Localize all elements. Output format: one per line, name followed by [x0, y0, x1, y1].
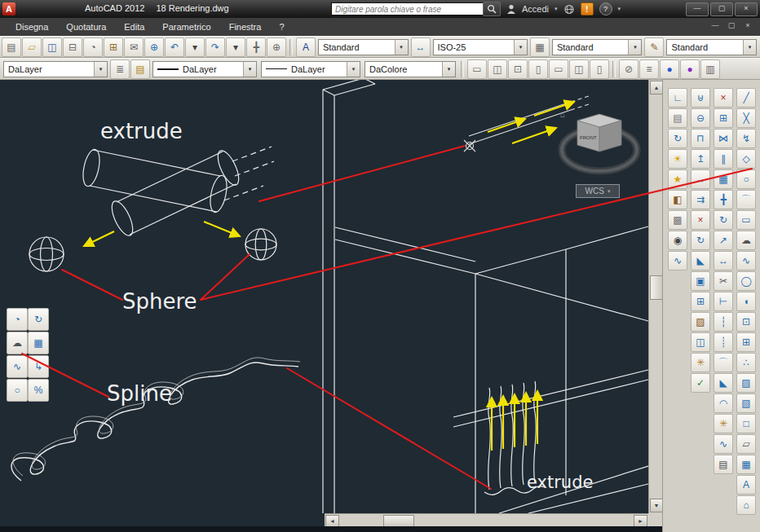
redo-icon[interactable]: ↷: [205, 37, 225, 57]
sphere-label[interactable]: Sphere: [122, 289, 197, 314]
chevron-down-icon[interactable]: ▾: [395, 40, 408, 55]
blend-icon[interactable]: ∿: [714, 434, 733, 454]
polygon-icon[interactable]: ◇: [736, 149, 756, 169]
viewcube-home-icon[interactable]: ⌂: [560, 110, 565, 119]
doc-restore-button[interactable]: ▢: [726, 21, 737, 29]
ellipse-tool-icon[interactable]: ○: [7, 379, 28, 402]
search-button[interactable]: [483, 2, 501, 16]
qnew-icon[interactable]: ▤: [2, 37, 21, 57]
subtract-icon[interactable]: ⊖: [691, 108, 710, 128]
clean-icon[interactable]: ✳: [691, 353, 710, 372]
scroll-up-button[interactable]: ▲: [650, 81, 663, 95]
color-dropdown[interactable]: DaLayer ▾: [3, 61, 108, 77]
vertical-scroll-thumb[interactable]: [650, 275, 663, 300]
viewport-icon[interactable]: ◫: [569, 59, 589, 79]
make-layer-current-icon[interactable]: ▤: [130, 59, 150, 79]
drawing-viewport[interactable]: extrude Sphere Spline extrude FRONT ⌂ WC…: [0, 80, 648, 513]
pan-icon[interactable]: ╋: [246, 37, 266, 57]
horizontal-scrollbar[interactable]: ◄ ►: [325, 513, 648, 526]
doc-minimize-button[interactable]: —: [709, 21, 721, 29]
plot-icon[interactable]: ⊟: [63, 37, 82, 57]
imprint-icon[interactable]: ◫: [691, 332, 710, 352]
copy-edges-icon[interactable]: ⊞: [691, 292, 710, 311]
array-icon[interactable]: ▦: [714, 169, 733, 189]
extend-icon[interactable]: ⊢: [714, 292, 733, 311]
sphere-left[interactable]: [29, 237, 64, 271]
delete-faces-icon[interactable]: ×: [691, 210, 710, 230]
chevron-down-icon[interactable]: ▾: [514, 40, 527, 55]
spotlight-icon[interactable]: ★: [668, 169, 687, 189]
table-tool-icon[interactable]: ▦: [28, 332, 49, 354]
linetype-dropdown[interactable]: DaLayer ▾: [152, 61, 257, 77]
chevron-down-icon[interactable]: ▾: [442, 62, 455, 77]
make-block-icon[interactable]: ⊞: [736, 332, 756, 352]
close-button[interactable]: ×: [735, 2, 758, 16]
signin-link[interactable]: Accedi: [522, 4, 549, 14]
mirror-icon[interactable]: ⋈: [714, 129, 733, 148]
chamfer-icon[interactable]: ◣: [714, 373, 733, 393]
etransmit-icon[interactable]: ✉: [124, 37, 144, 57]
table-icon[interactable]: ▦: [736, 455, 756, 474]
chevron-down-icon[interactable]: ▾: [94, 62, 107, 77]
menu-finestra[interactable]: Finestra: [220, 20, 271, 34]
ellipse-arc-icon[interactable]: ◖: [736, 292, 756, 311]
scale-icon[interactable]: ↗: [714, 231, 733, 250]
ucs-icon[interactable]: ∟: [668, 88, 687, 108]
doc-close-button[interactable]: ×: [742, 21, 753, 29]
extrude-path-object[interactable]: [464, 96, 589, 152]
signin-caret-icon[interactable]: ▾: [555, 6, 558, 12]
materials-icon[interactable]: ◧: [668, 190, 687, 209]
chevron-down-icon[interactable]: ▾: [243, 62, 256, 77]
table-style-icon[interactable]: ▦: [530, 37, 550, 57]
drawing-canvas[interactable]: extrude Sphere Spline extrude FRONT ⌂: [0, 80, 648, 513]
redo-caret-icon[interactable]: ▾: [226, 37, 245, 57]
divide-tool-icon[interactable]: %: [28, 379, 49, 402]
revcloud-tool-icon[interactable]: ☁: [7, 332, 28, 354]
move-faces-icon[interactable]: ↔: [691, 169, 710, 189]
extrude-label-bottom[interactable]: extrude: [527, 473, 593, 492]
purple-marker-icon[interactable]: ●: [680, 59, 700, 79]
leader-tool-icon[interactable]: ↳: [28, 355, 49, 378]
vertical-scrollbar[interactable]: ▲ ▼: [648, 80, 662, 513]
scroll-left-button[interactable]: ◄: [325, 515, 339, 527]
offset-faces-icon[interactable]: ⇉: [691, 190, 710, 209]
sun-light-icon[interactable]: ☀: [668, 149, 687, 169]
menu-disegna[interactable]: Disegna: [7, 20, 57, 34]
scroll-down-button[interactable]: ▼: [650, 499, 663, 512]
scroll-right-button[interactable]: ►: [634, 515, 647, 527]
trim-icon[interactable]: ✂: [714, 271, 733, 291]
open-icon[interactable]: ▱: [22, 37, 42, 57]
named-views-icon[interactable]: ▤: [668, 108, 687, 128]
spline-curve[interactable]: [11, 358, 300, 481]
region-icon[interactable]: □: [736, 414, 756, 433]
motion-path-icon[interactable]: ∿: [668, 251, 687, 270]
help-caret-icon[interactable]: ▾: [618, 6, 621, 12]
menu-edita[interactable]: Edita: [115, 20, 153, 34]
spline-icon[interactable]: ∿: [736, 251, 756, 270]
properties-icon[interactable]: ▤: [714, 455, 733, 474]
gradient-icon[interactable]: ▧: [736, 394, 756, 413]
alert-icon[interactable]: !: [581, 2, 594, 15]
viewcube[interactable]: FRONT ⌂: [560, 110, 637, 171]
check-icon[interactable]: ✓: [691, 373, 710, 393]
camera-icon[interactable]: ◉: [668, 231, 687, 250]
taper-faces-icon[interactable]: ◣: [691, 251, 710, 270]
orbit-3d-icon[interactable]: ↻: [668, 129, 687, 148]
communication-center-icon[interactable]: [563, 4, 575, 15]
join-icon[interactable]: ⌒: [714, 353, 733, 372]
polyline-icon[interactable]: ↯: [736, 129, 756, 148]
arc-icon[interactable]: ⌒: [736, 190, 756, 209]
revcloud-icon[interactable]: ☁: [736, 231, 756, 250]
insert-block-icon[interactable]: ⊡: [736, 312, 756, 332]
minimize-button[interactable]: —: [686, 2, 709, 16]
chevron-down-icon[interactable]: ▾: [347, 62, 360, 77]
break-point-icon[interactable]: ┆: [714, 312, 733, 332]
rotate-faces-icon[interactable]: ↻: [691, 231, 710, 250]
annotation-visibility-icon[interactable]: ⊡: [508, 59, 528, 79]
move-icon[interactable]: ╋: [714, 190, 733, 209]
spline-tool-icon[interactable]: ∿: [7, 355, 28, 378]
dim-style-icon[interactable]: ↔: [411, 37, 431, 57]
annotation-scale-icon[interactable]: ◫: [488, 59, 507, 79]
text-style-icon[interactable]: A: [296, 37, 316, 57]
union-icon[interactable]: ⊎: [691, 88, 710, 108]
